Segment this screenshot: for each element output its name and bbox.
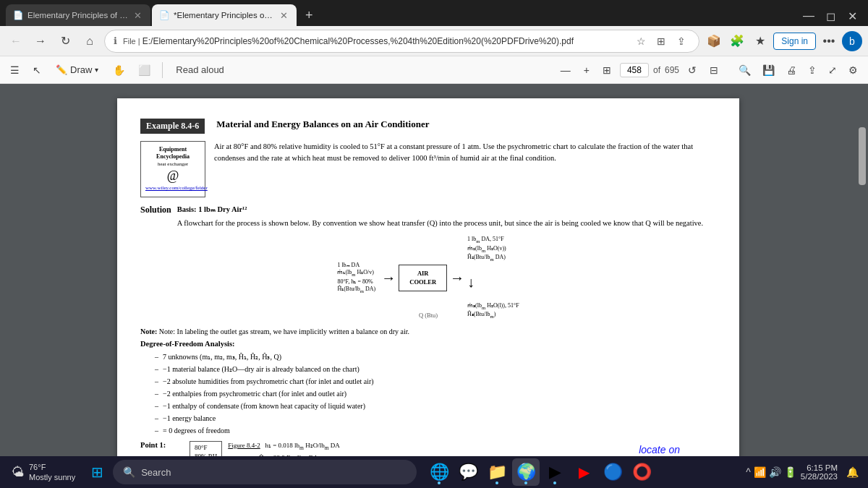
tab-2[interactable]: 📄 *Elementary Principles of Chemi ✕ [152,4,297,26]
flow-arrow-1: → [381,270,396,286]
taskbar-app-8[interactable]: ⭕ [628,458,655,486]
start-button[interactable]: ⊞ [84,459,110,485]
taskbar-app-2[interactable]: 💬 [454,458,482,486]
address-bar[interactable]: ℹ File | E:/Elementary%20Principles%20of… [104,30,699,53]
taskbar-right: ^ 📶 🔊 🔋 6:15 PM 5/28/2023 🔔 [746,462,862,482]
point1-row: Point 1: 80°F 80% RH Figure 8.4-2 h₁ = 0… [140,441,716,456]
read-aloud-button[interactable]: Read aloud [170,62,230,77]
dof-list: 7 unknowns (m₁, m₂, m₃, Ĥ₁, Ĥ₂, Ĥ₃, Q) −… [140,351,716,437]
app-icon-8: ⭕ [632,463,652,481]
page-nav-button[interactable]: ↺ [684,62,701,78]
point1-content: 80°F 80% RH Figure 8.4-2 h₁ = 0.018 lbm … [190,441,344,456]
dof-item-1: 7 unknowns (m₁, m₂, m₃, Ĥ₁, Ĥ₂, Ĥ₃, Q) [155,351,716,363]
pdf-viewer[interactable]: Example 8.4-6 Material and Energy Balanc… [0,84,856,456]
network-icon[interactable]: 📶 [754,466,766,478]
tab-2-title: *Elementary Principles of Chemi [174,11,274,20]
favorites-icon[interactable]: ★ [750,31,770,51]
back-button[interactable]: ← [6,31,26,51]
example-title: Material and Energy Balances on an Air C… [216,119,429,130]
example-header: Example 8.4-6 Material and Energy Balanc… [140,119,716,134]
pdf-toolbar: ☰ ↖ ✏️ Draw ▾ ✋ ⬜ Read aloud — + ⊞ of 69… [0,56,868,84]
basis-text: Basis: 1 lbₘ Dry Air¹² [177,205,247,213]
print-button[interactable]: 🖨 [782,62,801,78]
tab-2-icon: 📄 [159,10,169,20]
taskbar-app-6[interactable]: ▶ [570,458,597,486]
save-button[interactable]: 💾 [758,62,779,78]
speaker-icon[interactable]: 🔊 [769,466,781,478]
page-number-input[interactable] [620,63,649,77]
flow-outlet1: 1 lbm DA, 51°F ṁ₂(lbm H₂O(v)) Ĥ₂(Btu/lbm… [467,236,519,262]
share-button-pdf[interactable]: ⇪ [804,62,821,78]
home-button[interactable]: ⌂ [80,31,100,51]
draw-chevron: ▾ [95,66,98,74]
weather-widget[interactable]: 🌤 76°F Mostly sunny [6,462,81,483]
taskbar-search[interactable]: 🔍 Search [113,460,417,484]
dof-item-5: −1 enthalpy of condensate (from known he… [155,400,716,412]
dof-item-6: −1 energy balance [155,412,716,424]
refresh-button[interactable]: ↻ [55,31,75,51]
sign-in-button[interactable]: Sign in [773,33,816,50]
cursor-button[interactable]: ↖ [28,62,46,78]
app-dot-3 [495,481,498,484]
tab-bar: 📄 Elementary Principles of Chemic ✕ 📄 *E… [0,0,868,26]
dof-item-4: −2 enthalpies from psychrometric chart (… [155,388,716,400]
weather-temp: 76°F [29,462,75,472]
search-button[interactable]: 🔍 [734,62,755,78]
profile-icon[interactable]: b [842,31,862,51]
new-tab-button[interactable]: + [301,8,318,23]
taskbar-app-7[interactable]: 🔵 [599,458,626,486]
weather-text: 76°F Mostly sunny [29,462,75,483]
snapshot-button[interactable]: ⬜ [134,62,155,78]
zoom-in-button[interactable]: + [579,62,594,78]
two-page-button[interactable]: ⊟ [705,62,723,78]
content-area: Example 8.4-6 Material and Energy Balanc… [0,84,868,456]
taskbar-app-3[interactable]: 📁 [483,458,511,486]
flowchart-intro: A flowchart for the process is shown bel… [177,218,703,229]
collections-icon[interactable]: 📦 [704,31,724,51]
hamburger-button[interactable]: ☰ [6,62,24,78]
example-body: Equipment Encyclopedia heat exchanger @ … [140,141,716,197]
expand-button[interactable]: ⤢ [824,62,841,78]
tab-1[interactable]: 📄 Elementary Principles of Chemic ✕ [6,4,150,26]
share-icon[interactable]: ⇪ [673,33,690,50]
taskbar-app-1[interactable]: 🌐 [425,458,453,486]
equipment-url[interactable]: www.wiley.com/college/felder [145,185,208,191]
clock[interactable]: 6:15 PM 5/28/2023 [801,463,838,481]
basis-line: Basis: 1 lbₘ Dry Air¹² [177,205,703,213]
flow-inlet-detail: ṁ₁(lbm H₂O/v)80°F, h₁ = 80%Ĥ₁(Btu/lbm DA… [337,269,375,292]
extensions-icon[interactable]: 🧩 [727,31,747,51]
battery-icon[interactable]: 🔋 [784,466,796,478]
chevron-icon[interactable]: ^ [746,466,751,478]
pdf-scrollbar[interactable] [856,84,868,456]
app-icon-3: 📁 [488,463,507,481]
app-icon-4: 🌍 [516,463,536,481]
notification-button[interactable]: 🔔 [842,462,862,482]
read-mode-icon[interactable]: ⊞ [652,33,670,50]
more-button[interactable]: ••• [819,31,839,51]
taskbar: 🌤 76°F Mostly sunny ⊞ 🔍 Search 🌐 💬 [0,456,868,488]
app-icon-2: 💬 [459,463,478,481]
restore-button[interactable]: ◻ [820,6,841,26]
app-icon-5: ▶ [549,463,561,481]
taskbar-app-4[interactable]: 🌍 [512,458,540,486]
draw-button[interactable]: ✏️ Draw ▾ [50,62,104,77]
solution-label: Solution [140,205,171,229]
settings-button[interactable]: ⚙ [844,62,862,78]
equipment-box: Equipment Encyclopedia heat exchanger @ … [140,141,205,197]
zoom-out-button[interactable]: — [556,62,575,78]
minimize-button[interactable]: — [799,6,819,26]
taskbar-app-5[interactable]: ▶ [541,458,569,486]
tab-2-close[interactable]: ✕ [278,10,289,21]
tab-1-icon: 📄 [13,10,23,20]
tab-1-close[interactable]: ✕ [132,10,143,21]
flow-inlet-label: 1 lbₘ DA ṁ₁(lbm H₂O/v)80°F, h₁ = 80%Ĥ₁(B… [337,262,375,294]
page-controls: — + ⊞ of 695 ↺ ⊟ [556,62,723,78]
fit-button[interactable]: ⊞ [598,62,616,78]
flow-q-label: Q (Btu) [419,312,438,319]
touch-button[interactable]: ✋ [109,62,129,78]
flowchart: 1 lbₘ DA ṁ₁(lbm H₂O/v)80°F, h₁ = 80%Ĥ₁(B… [140,236,716,320]
example-description: Air at 80°F and 80% relative humidity is… [214,141,706,197]
bookmark-icon[interactable]: ☆ [632,33,650,50]
close-button[interactable]: ✕ [842,6,862,26]
forward-button[interactable]: → [30,31,51,51]
